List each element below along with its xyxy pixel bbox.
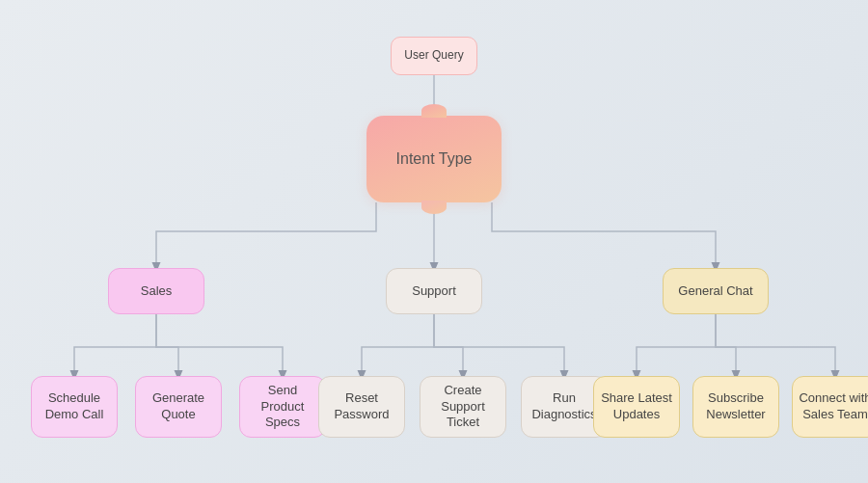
node-share-updates: Share Latest Updates	[593, 376, 680, 438]
node-support: Support	[386, 268, 482, 314]
schedule-demo-label: Schedule Demo Call	[32, 387, 117, 427]
node-schedule-demo: Schedule Demo Call	[31, 376, 118, 438]
node-connect-sales: Connect with Sales Team	[792, 376, 868, 438]
support-label: Support	[406, 280, 462, 304]
node-sales: Sales	[108, 268, 204, 314]
node-generate-quote: Generate Quote	[135, 376, 222, 438]
subscribe-newsletter-label: Subscribe Newsletter	[693, 387, 778, 427]
general-chat-label: General Chat	[672, 280, 758, 304]
sales-label: Sales	[135, 280, 178, 304]
node-intent-type: Intent Type	[366, 116, 502, 202]
share-updates-label: Share Latest Updates	[594, 387, 679, 427]
connect-sales-label: Connect with Sales Team	[793, 387, 868, 427]
send-product-label: Send Product Specs	[240, 379, 325, 436]
reset-password-label: Reset Password	[319, 387, 404, 427]
intent-type-label: Intent Type	[391, 146, 478, 174]
node-subscribe-newsletter: Subscribe Newsletter	[692, 376, 779, 438]
node-create-ticket: Create Support Ticket	[420, 376, 506, 438]
node-reset-password: Reset Password	[318, 376, 405, 438]
node-user-query: User Query	[391, 37, 477, 75]
diagram-container: User Query Intent Type Sales Support Gen…	[0, 0, 868, 483]
node-send-product: Send Product Specs	[239, 376, 326, 438]
node-general-chat: General Chat	[663, 268, 769, 314]
user-query-label: User Query	[398, 44, 469, 67]
generate-quote-label: Generate Quote	[136, 387, 221, 427]
create-ticket-label: Create Support Ticket	[420, 379, 505, 436]
